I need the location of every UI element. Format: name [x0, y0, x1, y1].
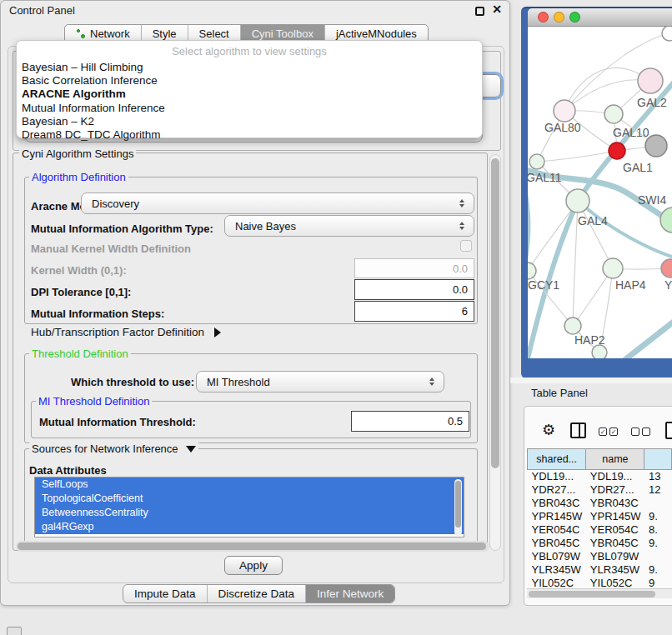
chevron-right-icon [214, 328, 221, 338]
table-row[interactable]: YDR27...YDR27...12 [528, 483, 672, 497]
sources-group-title[interactable]: Sources for Network Inference [29, 442, 198, 455]
tab-infer-label: Infer Network [317, 588, 384, 600]
algorithm-definition-title: Algorithm Definition [29, 171, 128, 183]
node-label: GAL10 [613, 126, 649, 139]
show-columns-icon[interactable]: ✓ ✓ [599, 428, 618, 436]
columns-icon[interactable] [570, 422, 586, 438]
data-attributes-label: Data Attributes [29, 464, 107, 477]
column-header-partial[interactable] [644, 449, 672, 470]
close-traffic-light[interactable] [538, 12, 549, 22]
node-label: GAL1 [623, 161, 653, 174]
which-threshold-label: Which threshold to use: [71, 376, 194, 388]
list-item[interactable]: gal4RGexp [35, 520, 464, 534]
tab-cyni-toolbox-label: Cyni Toolbox [252, 28, 313, 40]
settings-horizontal-scrollbar[interactable] [16, 541, 489, 552]
zoom-traffic-light[interactable] [569, 12, 580, 22]
hub-definition-toggle[interactable]: Hub/Transcription Factor Definition [31, 326, 221, 338]
list-item[interactable]: SelfLoops [35, 478, 464, 492]
dropdown-item[interactable]: Dream8 DC_TDC Algorithm [17, 128, 482, 142]
node-label: GAL2 [637, 96, 667, 109]
mi-steps-value: 6 [462, 305, 468, 318]
collapsed-panel-icon[interactable] [7, 627, 22, 635]
tab-impute-label: Impute Data [134, 588, 196, 600]
table-row[interactable]: YPR145WYPR145W9. [528, 510, 672, 523]
node-gal80[interactable] [554, 100, 575, 122]
dropdown-item[interactable]: Basic Correlation Inference [17, 74, 482, 88]
table-row[interactable]: YBR045CYBR045C9. [528, 537, 672, 550]
node-partial-bottom[interactable] [592, 345, 607, 358]
aracne-mode-combobox[interactable]: Discovery [81, 192, 474, 214]
dropdown-item[interactable]: Bayesian – K2 [17, 115, 482, 128]
table-row[interactable]: YBL079WYBL079W [528, 550, 672, 563]
node-gal11[interactable] [529, 154, 544, 169]
apply-button[interactable]: Apply [224, 556, 283, 575]
list-item[interactable]: TopologicalCoefficient [35, 492, 464, 506]
mi-type-value: Naive Bayes [235, 220, 296, 232]
node-gal4[interactable] [566, 189, 589, 212]
combo-stepper-icon [459, 199, 465, 208]
aracne-mode-value: Discovery [92, 198, 139, 210]
table-horizontal-scrollbar[interactable] [527, 588, 672, 598]
node-label: SWI4 [638, 193, 666, 207]
node-label: GAL11 [528, 171, 562, 184]
table-row[interactable]: YDL19...YDL19...13 [528, 470, 672, 483]
mi-threshold-input[interactable]: 0.5 [351, 411, 469, 432]
node-hap4[interactable] [603, 258, 623, 278]
mi-type-combobox[interactable]: Naive Bayes [224, 215, 474, 237]
tab-select-label: Select [199, 28, 229, 40]
data-attributes-listbox[interactable]: SelfLoops TopologicalCoefficient Between… [34, 477, 464, 538]
scrollbar-thumb[interactable] [455, 481, 461, 528]
minimize-traffic-light[interactable] [554, 12, 564, 22]
node-unlabeled[interactable] [662, 27, 672, 41]
kernel-width-label: Kernel Width (0,1): [31, 264, 127, 277]
dropdown-item[interactable]: Bayesian – Hill Climbing [17, 61, 482, 74]
kernel-width-input[interactable]: 0.0 [354, 258, 474, 278]
manual-kernel-checkbox[interactable] [460, 240, 472, 252]
node-gal2[interactable] [638, 68, 663, 93]
list-item[interactable]: BetweennessCentrality [35, 506, 464, 520]
which-threshold-combobox[interactable]: MI Threshold [196, 371, 444, 392]
network-canvas[interactable]: GAL2 GAL80 GAL10 GAL1 GAL11 SWI4 GAL4 GC… [528, 27, 672, 358]
node-label: GAL80 [544, 121, 581, 134]
close-icon[interactable]: ✕ [492, 2, 502, 16]
float-window-icon[interactable] [475, 7, 484, 16]
dpi-tolerance-label: DPI Tolerance [0,1]: [31, 286, 131, 298]
mi-steps-input[interactable]: 6 [354, 301, 474, 322]
gear-icon[interactable]: ⚙ [542, 421, 555, 439]
node-swi4[interactable] [660, 208, 672, 232]
scrollbar-thumb[interactable] [18, 542, 486, 550]
tab-infer-network[interactable]: Infer Network [305, 585, 394, 602]
hide-columns-icon[interactable] [631, 428, 650, 436]
scrollbar-thumb[interactable] [491, 158, 499, 468]
tab-discretize-data[interactable]: Discretize Data [207, 585, 306, 602]
node-gcy1[interactable] [528, 262, 536, 279]
table-row[interactable]: YBR043CYBR043C [528, 497, 672, 510]
node-salmon[interactable] [661, 259, 672, 278]
tab-style-label: Style [153, 28, 177, 40]
unchecked-box-icon [631, 428, 639, 436]
combo-stepper-icon [459, 222, 465, 230]
settings-vertical-scrollbar[interactable] [489, 154, 501, 551]
network-graph: GAL2 GAL80 GAL10 GAL1 GAL11 SWI4 GAL4 GC… [528, 27, 672, 358]
node-label: GAL4 [578, 214, 608, 228]
node-gal1-red[interactable] [609, 142, 625, 159]
algorithm-dropdown-popup: Select algorithm to view settings Bayesi… [16, 40, 483, 138]
dropdown-item-selected[interactable]: ARACNE Algorithm [17, 88, 482, 101]
unchecked-box-icon [642, 428, 650, 436]
network-window-titlebar[interactable] [528, 8, 672, 27]
column-header-shared-name[interactable]: shared... [528, 449, 586, 470]
tab-impute-data[interactable]: Impute Data [123, 585, 207, 602]
tab-network-label: Network [90, 28, 130, 40]
table-row[interactable]: YLR345WYLR345W9. [528, 563, 672, 577]
dpi-tolerance-input[interactable]: 0.0 [354, 279, 474, 300]
dropdown-item[interactable]: Mutual Information Inference [17, 102, 482, 115]
node-gal10[interactable] [604, 105, 623, 123]
control-panel-window: Control Panel ✕ Network Style Select Cyn… [0, 0, 510, 606]
listbox-scrollbar[interactable] [454, 479, 462, 536]
node-hap2[interactable] [564, 318, 581, 334]
export-table-icon[interactable] [665, 422, 672, 439]
column-header-name[interactable]: name [586, 449, 644, 470]
table-row[interactable]: YER054CYER054C8. [528, 523, 672, 537]
node-label: Y [664, 278, 672, 292]
scrollbar-thumb[interactable] [529, 591, 655, 598]
